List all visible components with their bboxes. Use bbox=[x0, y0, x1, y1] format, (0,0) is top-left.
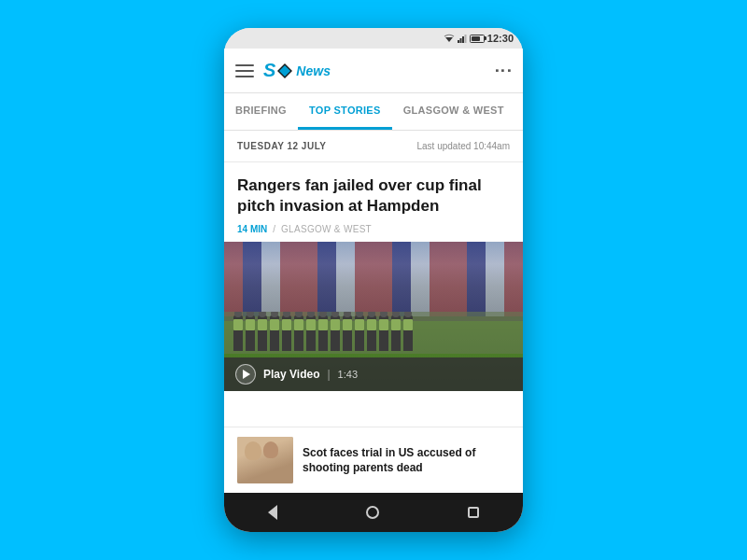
meta-separator: / bbox=[273, 224, 275, 234]
signal-icon bbox=[458, 35, 467, 43]
nav-back-button[interactable] bbox=[249, 497, 296, 527]
police-figure-13 bbox=[379, 315, 388, 351]
nav-recents-button[interactable] bbox=[449, 499, 498, 525]
police-figure-5 bbox=[282, 315, 291, 351]
secondary-article[interactable]: Scot faces trial in US accused of shooti… bbox=[224, 427, 523, 493]
police-figure-14 bbox=[391, 315, 401, 351]
thumbnail-image bbox=[237, 437, 293, 483]
video-section[interactable]: Play Video | 1:43 bbox=[224, 242, 523, 391]
more-options-icon[interactable]: ⋮ bbox=[493, 63, 514, 79]
svg-marker-0 bbox=[445, 37, 453, 42]
police-figure-3 bbox=[258, 315, 267, 351]
play-label: Play Video bbox=[263, 368, 319, 381]
app-content: S News ⋮ BRIEFING TOP STORIES GLASGOW & … bbox=[224, 49, 523, 493]
article-time: 14 MIN bbox=[237, 224, 267, 234]
police-figure-15 bbox=[403, 315, 413, 351]
svg-rect-1 bbox=[458, 40, 459, 43]
nav-home-button[interactable] bbox=[347, 498, 398, 526]
recents-icon bbox=[468, 507, 479, 518]
play-triangle-icon bbox=[243, 370, 250, 379]
tab-briefing[interactable]: BRIEFING bbox=[224, 93, 298, 130]
tab-bar: BRIEFING TOP STORIES GLASGOW & WEST SCOT… bbox=[224, 93, 523, 131]
svg-rect-4 bbox=[464, 35, 466, 43]
police-figure-12 bbox=[367, 315, 376, 351]
logo-diamond-icon bbox=[277, 63, 292, 78]
date-bar: TUESDAY 12 JULY Last updated 10:44am bbox=[224, 131, 523, 162]
svg-marker-6 bbox=[279, 65, 290, 77]
secondary-thumbnail bbox=[237, 437, 293, 483]
police-figure-7 bbox=[306, 315, 316, 351]
wifi-icon bbox=[444, 34, 455, 43]
article-text-section: Rangers fan jailed over cup final pitch … bbox=[224, 162, 523, 242]
article-category: GLASGOW & WEST bbox=[281, 224, 372, 234]
main-article[interactable]: Rangers fan jailed over cup final pitch … bbox=[224, 162, 523, 427]
secondary-article-title: Scot faces trial in US accused of shooti… bbox=[303, 445, 510, 475]
police-figure-9 bbox=[331, 315, 340, 351]
status-time: 12:30 bbox=[487, 33, 514, 44]
stands-crowd bbox=[224, 242, 523, 316]
battery-icon bbox=[470, 35, 485, 43]
police-figure-10 bbox=[343, 315, 352, 351]
back-icon bbox=[268, 505, 277, 520]
phone-frame: 12:30 S News ⋮ bbox=[224, 28, 523, 532]
play-duration: 1:43 bbox=[338, 369, 358, 380]
police-figure-1 bbox=[233, 315, 243, 351]
police-figure-2 bbox=[246, 315, 255, 351]
police-figure-8 bbox=[318, 315, 328, 351]
bottom-navigation bbox=[224, 493, 523, 532]
logo-container: S News bbox=[263, 60, 495, 81]
app-bar: S News ⋮ bbox=[224, 49, 523, 93]
date-text: TUESDAY 12 JULY bbox=[237, 141, 327, 151]
tab-scotland[interactable]: SCOTL… bbox=[515, 93, 523, 130]
svg-rect-3 bbox=[462, 36, 464, 43]
logo-news: News bbox=[296, 63, 331, 78]
status-icons: 12:30 bbox=[444, 33, 514, 44]
home-icon bbox=[366, 506, 379, 519]
hamburger-menu[interactable] bbox=[235, 64, 254, 77]
tab-glasgow-west[interactable]: GLASGOW & WEST bbox=[392, 93, 515, 130]
tab-top-stories[interactable]: TOP STORIES bbox=[298, 93, 392, 130]
police-line bbox=[224, 312, 523, 354]
status-bar: 12:30 bbox=[224, 28, 523, 49]
last-updated-text: Last updated 10:44am bbox=[416, 141, 510, 151]
play-separator: | bbox=[327, 368, 330, 381]
article-meta: 14 MIN / GLASGOW & WEST bbox=[237, 224, 510, 234]
stv-logo: S News bbox=[263, 60, 331, 81]
police-figure-6 bbox=[294, 315, 303, 351]
stadium-stands bbox=[224, 242, 523, 316]
article-title: Rangers fan jailed over cup final pitch … bbox=[237, 175, 510, 217]
logo-s: S bbox=[263, 60, 275, 81]
svg-rect-2 bbox=[459, 38, 461, 43]
play-button[interactable] bbox=[235, 364, 256, 385]
play-button-bar: Play Video | 1:43 bbox=[224, 357, 523, 391]
police-figure-11 bbox=[355, 315, 364, 351]
police-figure-4 bbox=[270, 315, 279, 351]
